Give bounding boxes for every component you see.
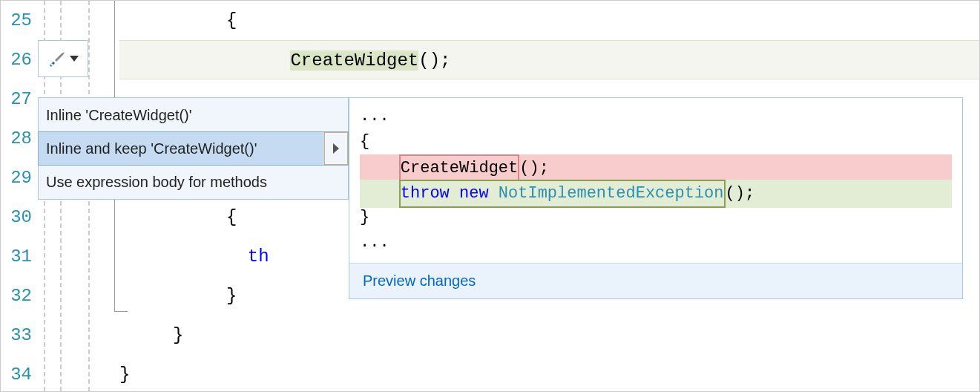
line-number: 28 [1, 119, 32, 158]
quick-action-label: Inline 'CreateWidget()' [46, 107, 192, 124]
code-line: } [119, 316, 979, 355]
diff-brace: { [360, 129, 952, 154]
line-number: 34 [1, 355, 32, 392]
diff-added-line: throw new NotImplementedException(); [360, 180, 952, 208]
quick-action-expression-body[interactable]: Use expression body for methods [39, 165, 348, 199]
line-number: 27 [1, 79, 32, 119]
quick-action-inline-keep[interactable]: Inline and keep 'CreateWidget()' [38, 131, 349, 166]
preview-changes-link[interactable]: Preview changes [349, 263, 962, 298]
quick-actions-button[interactable] [38, 40, 88, 77]
line-number: 33 [1, 316, 32, 355]
line-number: 31 [1, 237, 32, 276]
chevron-down-icon [70, 56, 79, 62]
line-number: 25 [1, 1, 32, 40]
diff-ellipsis: ... [360, 230, 952, 255]
line-number: 30 [1, 197, 32, 237]
diff-deleted-line: CreateWidget(); [360, 154, 952, 183]
quick-actions-menu: Inline 'CreateWidget()' Inline and keep … [38, 97, 349, 200]
quick-action-label: Inline and keep 'CreateWidget()' [46, 140, 257, 157]
code-line: } [119, 355, 979, 392]
code-line-current: CreateWidget(); [119, 40, 979, 79]
line-number: 32 [1, 276, 32, 316]
method-name-token: CreateWidget [290, 50, 418, 71]
quick-action-inline[interactable]: Inline 'CreateWidget()' [39, 98, 348, 132]
line-number-gutter: 25 26 27 28 29 30 31 32 33 34 [1, 1, 38, 391]
line-number: 29 [1, 158, 32, 197]
chevron-right-icon [333, 143, 339, 154]
code-line: { [119, 1, 979, 40]
diff-brace: } [360, 205, 952, 230]
svg-point-0 [51, 64, 53, 66]
preview-pane: ... { CreateWidget(); throw new NotImple… [349, 97, 963, 299]
quick-action-label: Use expression body for methods [46, 174, 267, 191]
submenu-indicator[interactable] [324, 132, 348, 165]
screwdriver-icon [47, 50, 65, 68]
diff-ellipsis: ... [360, 104, 952, 129]
line-number: 26 [1, 40, 32, 79]
preview-diff: ... { CreateWidget(); throw new NotImple… [349, 98, 962, 263]
